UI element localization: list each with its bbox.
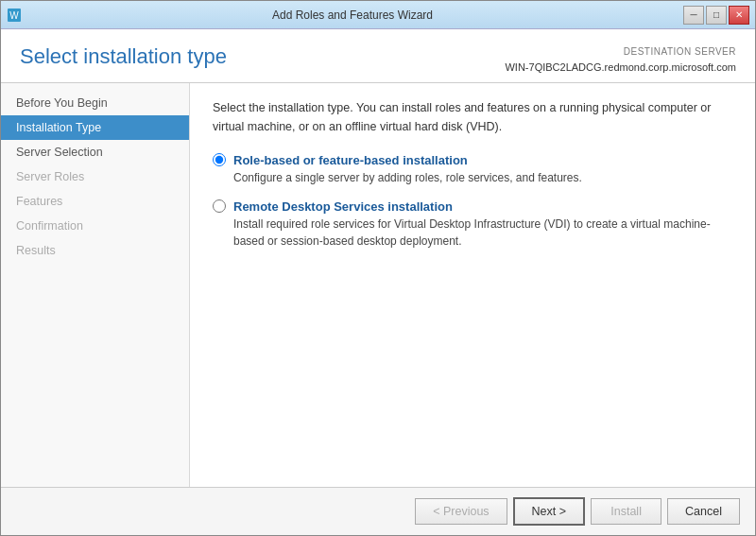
destination-server: WIN-7QIBC2LADCG.redmond.corp.microsoft.c… [505,60,736,77]
option-role-based-title: Role-based or feature-based installation [233,153,468,167]
close-button[interactable]: ✕ [729,6,749,25]
top-area: Select installation type DESTINATION SER… [1,29,755,82]
sidebar-item-server-selection[interactable]: Server Selection [1,140,189,164]
restore-button[interactable]: □ [706,6,727,25]
option-group: Role-based or feature-based installation… [213,153,732,250]
sidebar-item-before-you-begin[interactable]: Before You Begin [1,91,189,115]
page-title: Select installation type [20,44,227,69]
sidebar: Before You Begin Installation Type Serve… [1,83,190,487]
option-role-based-description: Configure a single server by adding role… [233,169,732,186]
destination-label: DESTINATION SERVER [505,44,736,60]
install-button[interactable]: Install [591,498,662,525]
svg-text:W: W [9,10,19,21]
main-content: Select the installation type. You can in… [190,83,755,487]
option-remote-desktop-label-row: Remote Desktop Services installation [213,199,732,214]
destination-info: DESTINATION SERVER WIN-7QIBC2LADCG.redmo… [505,44,736,77]
window-icon: W [7,8,22,23]
main-layout: Select installation type DESTINATION SER… [1,29,755,535]
next-button[interactable]: Next > [513,497,585,526]
option-remote-desktop: Remote Desktop Services installation Ins… [213,199,732,250]
sidebar-item-confirmation: Confirmation [1,214,189,238]
sidebar-item-server-roles: Server Roles [1,164,189,189]
wizard-window: W Add Roles and Features Wizard ─ □ ✕ Se… [0,0,756,536]
sidebar-item-installation-type[interactable]: Installation Type [1,115,189,140]
option-role-based: Role-based or feature-based installation… [213,153,732,186]
previous-button[interactable]: < Previous [415,498,507,525]
description-text: Select the installation type. You can in… [213,98,732,136]
window-controls: ─ □ ✕ [683,6,749,25]
cancel-button[interactable]: Cancel [667,498,740,525]
option-role-based-label-row: Role-based or feature-based installation [213,153,732,167]
body-layout: Before You Begin Installation Type Serve… [1,83,755,487]
sidebar-item-results: Results [1,238,189,263]
option-role-based-radio[interactable] [213,153,226,166]
option-remote-desktop-description: Install required role services for Virtu… [233,216,732,250]
minimize-button[interactable]: ─ [683,6,704,25]
sidebar-item-features: Features [1,189,189,214]
footer: < Previous Next > Install Cancel [1,487,755,535]
option-remote-desktop-radio[interactable] [213,199,226,213]
window-title: Add Roles and Features Wizard [22,9,683,22]
option-remote-desktop-title: Remote Desktop Services installation [233,199,453,214]
title-bar: W Add Roles and Features Wizard ─ □ ✕ [1,1,755,29]
